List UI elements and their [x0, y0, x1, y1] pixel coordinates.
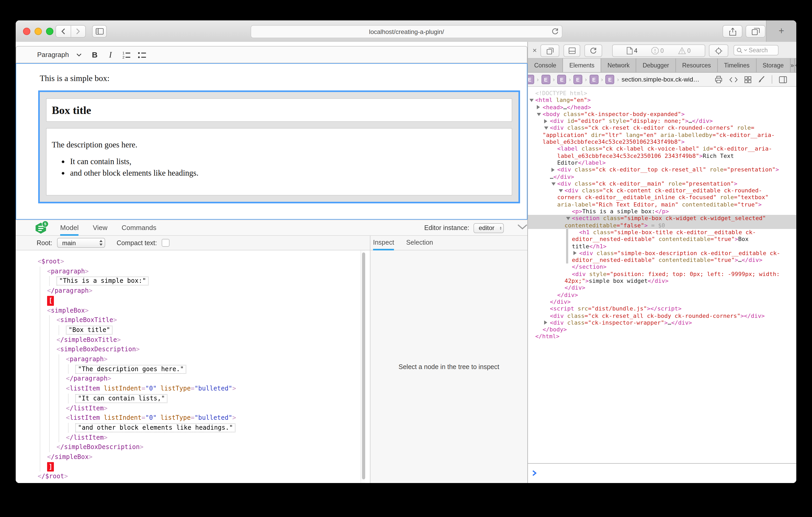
add-tab-button[interactable]: +: [794, 59, 796, 72]
model-element-close[interactable]: </simpleBoxDescription>: [57, 443, 365, 452]
devtools-tab-timelines[interactable]: Timelines: [718, 59, 757, 72]
dom-line[interactable]: editor__nested-editable" contenteditable…: [528, 236, 796, 243]
heading-dropdown[interactable]: Paragraph: [37, 51, 87, 59]
dom-line[interactable]: <body class="ck-inspector-body-expanded"…: [528, 111, 796, 118]
bold-button[interactable]: B: [87, 48, 103, 61]
dom-line[interactable]: label_e63cbbfece34c53ce23501062343f49b8"…: [528, 139, 796, 146]
element-picker-button[interactable]: [709, 44, 728, 57]
back-button[interactable]: [56, 26, 70, 37]
model-element-open[interactable]: <simpleBoxDescription>: [57, 345, 365, 355]
dom-line[interactable]: <head>…</head>: [528, 104, 796, 111]
dom-line[interactable]: <div class="ck ck-content ck-editor__edi…: [528, 187, 796, 194]
dom-line[interactable]: <div class="simple-box-description ck-ed…: [528, 250, 796, 257]
disclosure-open-icon[interactable]: [544, 127, 548, 130]
model-element-close[interactable]: </simpleBox>: [47, 452, 365, 462]
disclosure-open-icon[interactable]: [537, 113, 541, 116]
close-devtools-button[interactable]: ×: [530, 45, 540, 55]
devtools-tab-network[interactable]: Network: [601, 59, 636, 72]
dom-line[interactable]: "application" dir="ltr" lang="en" aria-l…: [528, 132, 796, 139]
dom-line[interactable]: 42px;">simple box widget</div>: [528, 278, 796, 285]
dom-line[interactable]: <div id="editor" style="display: none;">…: [528, 118, 796, 125]
error-count[interactable]: 0: [651, 47, 664, 54]
print-icon[interactable]: [715, 76, 723, 83]
simple-box-title-field[interactable]: Box title: [46, 98, 512, 122]
console-prompt-bar[interactable]: [528, 463, 796, 483]
model-element-open[interactable]: <listItem listIndent="0" listType="bulle…: [66, 384, 365, 393]
devtools-tab-resources[interactable]: Resources: [676, 59, 718, 72]
tab-model[interactable]: Model: [60, 220, 79, 236]
disclosure-closed-icon[interactable]: [544, 321, 547, 325]
model-element-open[interactable]: <paragraph>: [66, 355, 365, 364]
reload-button[interactable]: [551, 27, 559, 35]
dom-line[interactable]: <div class="ck ck-reset ck-editor ck-rou…: [528, 125, 796, 132]
disclosure-closed-icon[interactable]: [544, 119, 547, 123]
model-element-close[interactable]: </listItem>: [66, 403, 365, 413]
document-count[interactable]: 4: [627, 47, 638, 54]
dom-line[interactable]: Editor</label>: [528, 159, 796, 166]
breadcrumb-element-badge[interactable]: E: [606, 75, 614, 84]
model-element-close[interactable]: </paragraph>: [66, 374, 365, 384]
disclosure-open-icon[interactable]: [566, 217, 570, 220]
dom-line[interactable]: aria-label="Rich Text Editor, main" cont…: [528, 201, 796, 208]
disclosure-open-icon[interactable]: [559, 189, 563, 192]
dom-line[interactable]: editor__nested-editable" contenteditable…: [528, 257, 796, 264]
dom-line[interactable]: <label class="ck ck-label ck-voice-label…: [528, 146, 796, 153]
details-sidebar-icon[interactable]: [779, 76, 787, 83]
tab-overview-button[interactable]: [746, 25, 765, 38]
model-element-open[interactable]: <simpleBox>: [47, 306, 365, 315]
source-code-icon[interactable]: [729, 77, 738, 82]
disclosure-closed-icon[interactable]: [551, 168, 555, 172]
warning-count[interactable]: 0: [678, 47, 691, 54]
sidebar-toggle-button[interactable]: [92, 25, 107, 38]
model-element-open[interactable]: <simpleBoxTitle>: [57, 315, 365, 325]
dom-line[interactable]: <div style="position: fixed; top: 0px; l…: [528, 271, 796, 278]
forward-button[interactable]: [70, 26, 85, 37]
editor-instance-select[interactable]: editor: [473, 223, 504, 233]
dom-line[interactable]: </body>: [528, 326, 796, 333]
model-element-open[interactable]: <$root>: [38, 257, 365, 266]
scrollbar-thumb[interactable]: [362, 252, 365, 479]
model-text-node[interactable]: "Box title": [66, 325, 365, 335]
model-text-node[interactable]: "It can contain lists,": [75, 394, 365, 403]
model-text-node[interactable]: "The description goes here.": [75, 364, 365, 374]
styles-brush-icon[interactable]: [758, 76, 765, 83]
disclosure-open-icon[interactable]: [529, 99, 534, 102]
tab-selection[interactable]: Selection: [406, 236, 433, 250]
dom-line[interactable]: <p>This is a simple box:</p>: [528, 208, 796, 215]
model-element-close[interactable]: </$root>: [38, 472, 365, 482]
dom-line[interactable]: …</div>: [528, 173, 796, 180]
dom-line[interactable]: <h1 class="simple-box-title ck-editor__e…: [528, 229, 796, 236]
breadcrumb-current[interactable]: section.simple-box.ck-wid…: [621, 76, 699, 83]
collapse-inspector-button[interactable]: [517, 224, 527, 230]
dom-line[interactable]: <div class="ck ck-reset_all ck-body ck-r…: [528, 312, 796, 320]
tab-view[interactable]: View: [93, 220, 108, 236]
model-element-close[interactable]: </listItem>: [66, 433, 365, 442]
dom-line[interactable]: label_e63cbbfece34c53ce2350106 2343f49b8…: [528, 152, 796, 159]
devtools-tab-console[interactable]: Console: [528, 59, 563, 72]
dom-line[interactable]: </div>: [528, 299, 796, 306]
devtools-tab-debugger[interactable]: Debugger: [636, 59, 676, 72]
model-text-node[interactable]: "This is a simple box:": [57, 276, 365, 286]
minimize-window-button[interactable]: [34, 28, 42, 35]
breadcrumb-element-badge[interactable]: E: [557, 75, 567, 84]
zoom-window-button[interactable]: [46, 28, 53, 35]
simple-box-description-field[interactable]: The description goes here. It can contai…: [46, 128, 512, 195]
model-element-open[interactable]: <paragraph>: [47, 266, 365, 276]
address-bar[interactable]: localhost/creating-a-plugin/: [251, 25, 562, 38]
dom-line[interactable]: </div>: [528, 292, 796, 299]
breadcrumb-element-badge[interactable]: E: [573, 75, 582, 84]
model-element-close[interactable]: </paragraph>: [47, 286, 365, 296]
tab-inspect[interactable]: Inspect: [373, 236, 394, 250]
dom-line[interactable]: <div class="ck-inspector-wrapper">…</div…: [528, 320, 796, 327]
model-text-node[interactable]: "and other block elements like headings.…: [75, 423, 365, 433]
dom-line[interactable]: <div class="ck ck-editor__top ck-reset_a…: [528, 166, 796, 174]
devtools-tab-elements[interactable]: Elements: [563, 59, 601, 72]
dom-line[interactable]: <div class="ck ck-editor__main" role="pr…: [528, 180, 796, 187]
dom-line[interactable]: corners ck-editor__editable_inline ck-fo…: [528, 194, 796, 201]
grid-layout-icon[interactable]: [745, 76, 751, 83]
bulleted-list-button[interactable]: [134, 48, 150, 61]
dom-line[interactable]: </html>: [528, 333, 796, 340]
devtools-reload-button[interactable]: [584, 44, 602, 57]
root-select[interactable]: main: [57, 238, 105, 248]
share-button[interactable]: [723, 25, 743, 38]
